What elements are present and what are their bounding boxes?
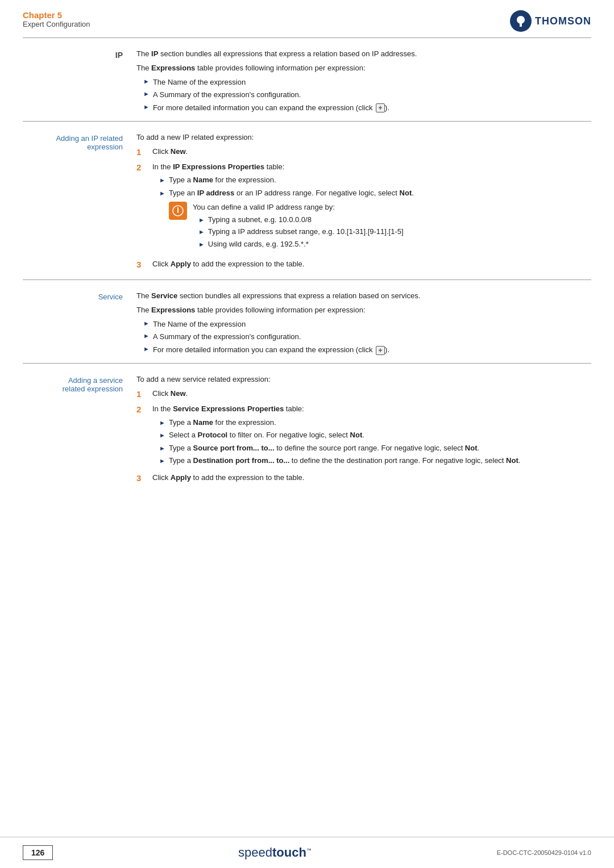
bullet-arrow-icon: ► (159, 431, 165, 440)
bullet-arrow-icon: ► (143, 78, 150, 85)
step-num-1: 1 (136, 146, 150, 158)
bullet-arrow-icon: ► (159, 456, 165, 466)
step-text-1: Click New. (152, 146, 188, 157)
ip-range-b3-text: Using wild cards, e.g. 192.5.*.* (208, 239, 309, 250)
ip-range-b2-text: Typing a IP address subset range, e.g. 1… (208, 226, 404, 237)
adding-ip-right-col: To add a new IP related expression: 1 Cl… (136, 132, 591, 274)
service-step-list: 1 Click New. 2 In the Service Expression… (136, 388, 591, 484)
step-num-3: 3 (136, 258, 150, 270)
svc-s2-b4-text: Type a Destination port from... to... to… (169, 455, 521, 466)
ip-s2-b2: ► Type an IP address or an IP address ra… (152, 187, 414, 253)
bullet-arrow-icon: ► (143, 345, 150, 352)
service-section: Service The Service section bundles all … (23, 279, 591, 363)
svc-s2-b2-text: Select a Protocol to filter on. For nega… (169, 429, 364, 441)
service-bullet-text-2: A Summary of the expression's configurat… (153, 331, 301, 343)
ip-range-b3: ► Using wild cards, e.g. 192.5.*.* (193, 239, 404, 250)
page-footer: 126 speedtouch™ E-DOC-CTC-20050429-0104 … (0, 837, 614, 868)
service-step-1: 1 Click New. (136, 388, 591, 400)
ip-bullet-1: ► The Name of the expression (136, 77, 591, 88)
svg-point-2 (177, 207, 179, 208)
adding-service-left-col: Adding a servicerelated expression (23, 374, 136, 487)
svc-step2-bullets: ► Type a Name for the expression. ► Sele… (152, 417, 520, 466)
chapter-title: Chapter 5 (23, 10, 90, 20)
main-content: IP The IP section bundles all expression… (0, 32, 614, 516)
thomson-logo-text: THOMSON (535, 15, 591, 27)
ip-step2-bullets: ► Type a Name for the expression. ► Type… (152, 174, 414, 253)
adding-service-section: Adding a servicerelated expression To ad… (23, 363, 591, 493)
ip-section: IP The IP section bundles all expression… (23, 37, 591, 121)
ip-range-b2: ► Typing a IP address subset range, e.g.… (193, 226, 404, 237)
bullet-arrow-icon: ► (143, 320, 150, 327)
adding-ip-section: Adding an IP relatedexpression To add a … (23, 121, 591, 279)
brand-text-bold: touch (272, 845, 306, 859)
thomson-logo-icon (510, 10, 532, 32)
bullet-arrow-icon: ► (143, 90, 150, 97)
ip-step-list: 1 Click New. 2 In the IP Expressions Pro… (136, 146, 591, 271)
thomson-logo: THOMSON (510, 10, 591, 32)
sub-bullet-arrow-icon: ► (198, 227, 205, 237)
ip-bullet-text-2: A Summary of the expression's configurat… (153, 89, 301, 101)
ip-intro: The IP section bundles all expressions t… (136, 48, 591, 60)
brand-logo: speedtouch™ (238, 845, 312, 860)
doc-reference: E-DOC-CTC-20050429-0104 v1.0 (497, 849, 591, 856)
info-icon-svg (172, 205, 184, 216)
bullet-arrow-icon: ► (143, 103, 150, 110)
service-bullet-3: ► For more detailed information you can … (136, 344, 591, 356)
service-bullet-1: ► The Name of the expression (136, 319, 591, 330)
adding-ip-intro: To add a new IP related expression: (136, 132, 591, 144)
info-icon (169, 202, 187, 220)
adding-service-right-col: To add a new service related expression:… (136, 374, 591, 487)
ip-bullet-text-1: The Name of the expression (153, 77, 246, 88)
service-expressions-intro: The Expressions table provides following… (136, 304, 591, 316)
ip-label: IP (115, 51, 123, 60)
ip-bullet-3: ► For more detailed information you can … (136, 102, 591, 114)
thomson-icon-svg (514, 14, 528, 28)
brand-text-plain: speed (238, 845, 272, 859)
ip-s2-b1-text: Type a Name for the expression. (169, 174, 276, 186)
service-bullet-2: ► A Summary of the expression's configur… (136, 331, 591, 343)
svc-step-text-1: Click New. (152, 388, 188, 399)
sub-bullet-arrow-icon: ► (198, 240, 205, 249)
service-intro: The Service section bundles all expressi… (136, 290, 591, 302)
service-left-col: Service (23, 290, 136, 357)
adding-service-intro: To add a new service related expression: (136, 374, 591, 386)
ip-bullet-text-3: For more detailed information you can ex… (153, 102, 389, 114)
service-step-2: 2 In the Service Expressions Properties … (136, 403, 591, 469)
ip-bullet-2: ► A Summary of the expression's configur… (136, 89, 591, 101)
ip-expressions-intro: The Expressions table provides following… (136, 62, 591, 74)
service-bullet-list: ► The Name of the expression ► A Summary… (136, 319, 591, 356)
step-num-2: 2 (136, 161, 150, 173)
service-bullet-text-1: The Name of the expression (153, 319, 246, 330)
svc-s2-b1-text: Type a Name for the expression. (169, 417, 276, 428)
svc-step-num-3: 3 (136, 472, 150, 484)
ip-right-col: The IP section bundles all expressions t… (136, 48, 591, 115)
svc-s2-b1: ► Type a Name for the expression. (152, 417, 520, 428)
ip-s2-b1: ► Type a Name for the expression. (152, 174, 414, 186)
plus-button-icon: + (376, 103, 385, 112)
bullet-arrow-icon: ► (143, 332, 150, 339)
trademark-symbol: ™ (306, 848, 312, 853)
service-bullet-text-3: For more detailed information you can ex… (153, 344, 389, 356)
ip-bullet-list: ► The Name of the expression ► A Summary… (136, 77, 591, 114)
svc-s2-b3: ► Type a Source port from... to... to de… (152, 443, 520, 454)
sub-bullet-arrow-icon: ► (198, 215, 205, 225)
svc-step-text-3: Click Apply to add the expression to the… (152, 472, 304, 483)
svc-step-text-2: In the Service Expressions Properties ta… (152, 403, 520, 469)
ip-left-col: IP (23, 48, 136, 115)
adding-ip-label: Adding an IP relatedexpression (56, 134, 123, 151)
page-header: Chapter 5 Expert Configuration THOMSON (0, 0, 614, 32)
svc-s2-b2: ► Select a Protocol to filter on. For ne… (152, 429, 520, 441)
bullet-arrow-icon: ► (159, 444, 165, 453)
adding-service-label: Adding a servicerelated expression (63, 376, 123, 393)
bullet-arrow-icon: ► (159, 176, 165, 185)
step-text-2: In the IP Expressions Properties table: … (152, 161, 414, 256)
service-step-3: 3 Click Apply to add the expression to t… (136, 472, 591, 484)
svc-step-num-2: 2 (136, 403, 150, 415)
header-left: Chapter 5 Expert Configuration (23, 10, 90, 28)
svc-step-num-1: 1 (136, 388, 150, 400)
plus-button-icon: + (376, 346, 385, 355)
bullet-arrow-icon: ► (159, 418, 165, 428)
ip-range-note: You can define a valid IP address range … (193, 202, 404, 251)
ip-step-3: 3 Click Apply to add the expression to t… (136, 258, 591, 270)
ip-step-1: 1 Click New. (136, 146, 591, 158)
